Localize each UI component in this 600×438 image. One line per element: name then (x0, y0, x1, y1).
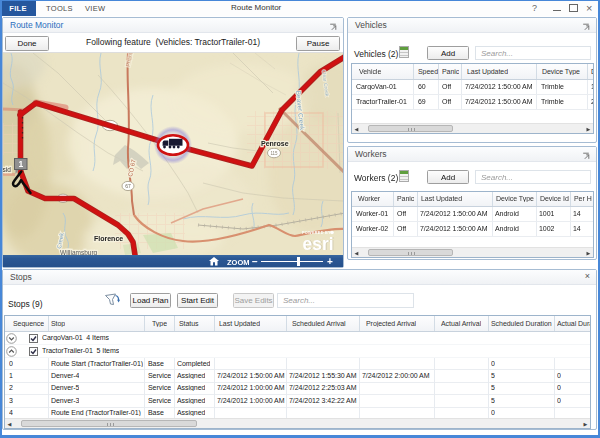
svg-text:Florence: Florence (94, 235, 123, 242)
svg-text:Penrose: Penrose (261, 140, 289, 147)
svg-text:esri: esri (303, 234, 334, 254)
svg-text:67: 67 (125, 183, 131, 189)
svg-text:lsid: lsid (3, 166, 11, 173)
svg-text:1: 1 (18, 159, 23, 169)
svg-text:115: 115 (270, 151, 278, 156)
